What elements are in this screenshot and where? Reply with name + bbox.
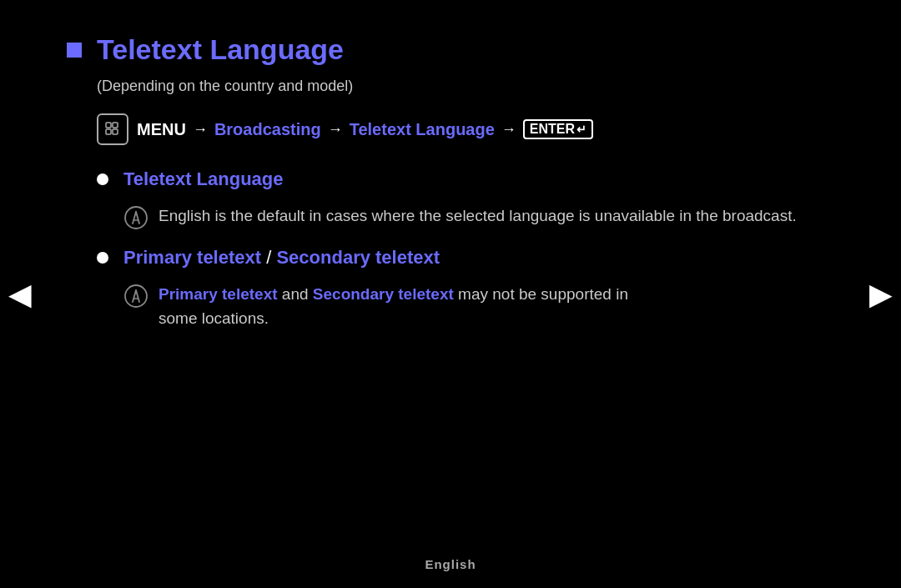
nav-broadcasting: Broadcasting [214,120,321,139]
svg-point-4 [125,207,147,229]
footer-language: English [425,557,476,571]
nav-arrow-1: → [193,121,208,138]
bullet-item-primary-secondary: Primary teletext / Secondary teletext [97,247,834,269]
page-title: Teletext Language [97,33,344,66]
menu-label: MENU [137,120,186,139]
note-text-2: Primary teletext and Secondary teletext … [159,282,628,331]
section-label-teletext: Teletext Language [123,168,284,190]
primary-teletext-label: Primary teletext [123,247,261,268]
enter-button-label: ENTER↵ [523,119,593,139]
page-container: Teletext Language (Depending on the coun… [0,0,901,588]
content-section: Teletext Language English is the default… [97,168,834,331]
svg-rect-0 [106,123,111,128]
svg-rect-2 [106,129,111,134]
menu-icon [97,113,128,145]
subtitle: (Depending on the country and model) [97,78,834,95]
bullet-item-teletext-language: Teletext Language [97,168,834,190]
nav-row: MENU → Broadcasting → Teletext Language … [97,113,834,145]
svg-line-6 [136,212,139,224]
secondary-teletext-label: Secondary teletext [276,247,440,268]
right-arrow-button[interactable]: ▶ [869,277,893,312]
note-text-1: English is the default in cases where th… [159,204,797,228]
nav-arrow-2: → [328,121,343,138]
secondary-teletext-highlight: Secondary teletext [313,285,454,303]
primary-teletext-highlight: Primary teletext [159,285,278,303]
svg-rect-3 [113,129,118,134]
nav-arrow-3: → [501,121,516,138]
bullet-dot-icon-2 [97,252,108,264]
svg-rect-1 [113,123,118,128]
bullet-dot-icon [97,173,108,185]
note-item-1: English is the default in cases where th… [123,204,834,230]
note-and-text: and [282,285,313,303]
title-square-icon [67,43,82,58]
svg-line-5 [133,212,136,224]
note-item-2: Primary teletext and Secondary teletext … [123,282,834,331]
left-arrow-button[interactable]: ◀ [8,277,32,312]
nav-teletext-language: Teletext Language [350,120,495,139]
note-icon-2 [123,284,148,309]
svg-point-8 [125,285,147,307]
note-icon-1 [123,205,148,230]
title-row: Teletext Language [67,33,834,66]
svg-line-9 [133,290,136,302]
separator: / [261,247,276,268]
svg-line-10 [136,290,139,302]
section-label-primary-secondary: Primary teletext / Secondary teletext [123,247,440,269]
